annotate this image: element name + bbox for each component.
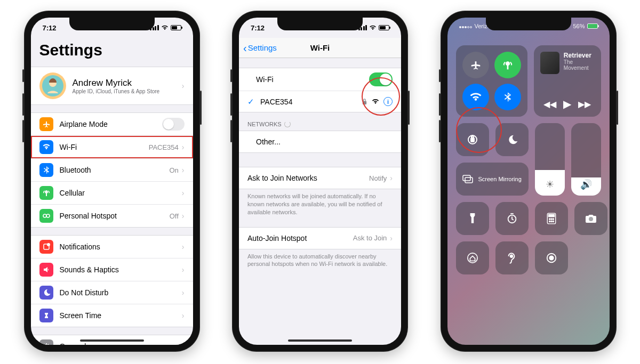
airplane-mode-row[interactable]: Airplane Mode xyxy=(31,113,193,135)
avatar xyxy=(39,72,66,99)
chevron-icon: › xyxy=(182,342,185,345)
wifi-icon xyxy=(161,25,169,30)
screen-record-button[interactable] xyxy=(535,241,568,274)
chevron-icon: › xyxy=(182,189,185,197)
dnd-icon xyxy=(39,286,53,300)
chevron-icon: › xyxy=(182,212,185,220)
sounds-icon xyxy=(39,263,53,277)
flashlight-button[interactable] xyxy=(456,202,489,235)
bluetooth-icon xyxy=(39,163,53,177)
chevron-icon: › xyxy=(182,82,185,90)
wifi-icon xyxy=(39,140,53,154)
chevron-icon: › xyxy=(182,288,185,297)
svg-rect-13 xyxy=(471,138,474,142)
battery-icon xyxy=(379,25,389,30)
sounds-row[interactable]: Sounds & Haptics › xyxy=(31,258,193,281)
phone-control-center: Verizon 56% xyxy=(441,11,617,352)
orientation-lock-button[interactable] xyxy=(456,123,489,156)
airplane-toggle[interactable] xyxy=(162,118,185,131)
album-art xyxy=(540,52,559,74)
wifi-row[interactable]: Wi-Fi PACE354 › xyxy=(31,135,193,158)
song-title: Retriever xyxy=(564,52,595,59)
wifi-value: PACE354 xyxy=(149,143,179,151)
timer-button[interactable] xyxy=(495,202,529,235)
next-track-button[interactable]: ▶▶ xyxy=(578,99,591,109)
dnd-button[interactable] xyxy=(495,123,529,156)
battery-icon xyxy=(587,23,598,29)
airplane-mode-button[interactable] xyxy=(462,52,489,78)
chevron-icon: › xyxy=(182,143,185,151)
home-button[interactable] xyxy=(456,241,489,274)
svg-point-27 xyxy=(510,255,512,257)
apple-id-row[interactable]: Andrew Myrick Apple ID, iCloud, iTunes &… xyxy=(31,67,193,104)
home-indicator[interactable] xyxy=(288,339,352,342)
navbar-title: Wi-Fi xyxy=(310,43,330,52)
status-time: 7:12 xyxy=(251,24,265,32)
ask-to-join-row[interactable]: Ask to Join Networks Notify › xyxy=(239,167,401,189)
home-indicator[interactable] xyxy=(80,339,144,342)
chevron-icon: › xyxy=(390,234,393,242)
cellular-data-button[interactable] xyxy=(494,52,521,78)
svg-rect-18 xyxy=(548,214,554,216)
phone-settings: 7:12 Settings Andrew Myrick Apple ID, iC… xyxy=(24,11,200,352)
status-time: 7:12 xyxy=(43,24,57,32)
wifi-toggle-row: Wi-Fi xyxy=(239,68,401,91)
svg-rect-15 xyxy=(465,177,473,183)
screen-mirror-icon xyxy=(462,175,473,183)
music-tile[interactable]: Retriever The Movement ◀◀ ▶ ▶▶ xyxy=(534,45,601,117)
checkmark-icon: ✓ xyxy=(247,97,257,107)
bluetooth-button[interactable] xyxy=(494,84,521,110)
cellular-row[interactable]: Cellular › xyxy=(31,181,193,204)
notifications-icon xyxy=(39,240,53,254)
svg-point-3 xyxy=(46,214,50,217)
play-button[interactable]: ▶ xyxy=(563,98,571,110)
chevron-icon: › xyxy=(390,174,393,182)
screentime-icon xyxy=(39,309,53,322)
general-icon xyxy=(39,339,53,345)
auto-join-hotspot-row[interactable]: Auto-Join Hotspot Ask to Join › xyxy=(239,228,401,249)
lock-icon xyxy=(362,98,367,105)
brightness-icon: ☀ xyxy=(546,179,554,190)
page-title: Settings xyxy=(31,38,193,64)
brightness-slider[interactable]: ☀ xyxy=(535,123,565,196)
chevron-icon: › xyxy=(182,265,185,274)
notifications-row[interactable]: Notifications › xyxy=(31,236,193,258)
svg-point-2 xyxy=(43,214,46,217)
svg-point-5 xyxy=(47,243,50,246)
song-artist: The Movement xyxy=(564,59,595,71)
screentime-row[interactable]: Screen Time › xyxy=(31,304,193,327)
chevron-icon: › xyxy=(182,242,185,251)
chevron-icon: › xyxy=(182,311,185,320)
screen-mirroring-button[interactable]: Screen Mirroring xyxy=(456,163,529,196)
info-icon[interactable]: i xyxy=(383,97,393,106)
hearing-button[interactable] xyxy=(495,241,529,274)
wifi-icon xyxy=(369,25,377,30)
battery-icon xyxy=(171,25,181,30)
svg-point-19 xyxy=(549,219,550,220)
other-network-row[interactable]: Other... xyxy=(239,131,401,152)
svg-rect-14 xyxy=(463,175,470,181)
calculator-button[interactable] xyxy=(535,202,568,235)
volume-slider[interactable]: 🔊 xyxy=(571,123,601,196)
prev-track-button[interactable]: ◀◀ xyxy=(543,99,556,109)
volume-icon: 🔊 xyxy=(580,179,592,190)
wifi-toggle[interactable] xyxy=(369,72,393,86)
svg-point-29 xyxy=(549,256,553,260)
connected-network-row[interactable]: ✓ PACE354 i xyxy=(239,91,401,112)
hotspot-icon xyxy=(39,209,53,223)
svg-point-22 xyxy=(549,221,550,222)
connectivity-tile xyxy=(456,45,527,117)
wifi-strength-icon xyxy=(372,99,379,104)
wifi-button[interactable] xyxy=(462,84,489,110)
dnd-row[interactable]: Do Not Disturb › xyxy=(31,281,193,304)
navbar: ‹Settings Wi-Fi xyxy=(239,38,401,58)
profile-name: Andrew Myrick xyxy=(73,78,182,88)
svg-point-24 xyxy=(553,221,554,222)
camera-button[interactable] xyxy=(574,202,607,235)
networks-header: NETWORKS xyxy=(239,112,401,131)
back-button[interactable]: ‹Settings xyxy=(243,43,277,53)
hotspot-row[interactable]: Personal Hotspot Off › xyxy=(31,204,193,227)
profile-subtitle: Apple ID, iCloud, iTunes & App Store xyxy=(73,88,182,94)
bluetooth-row[interactable]: Bluetooth On › xyxy=(31,158,193,181)
chevron-icon: › xyxy=(182,166,185,174)
